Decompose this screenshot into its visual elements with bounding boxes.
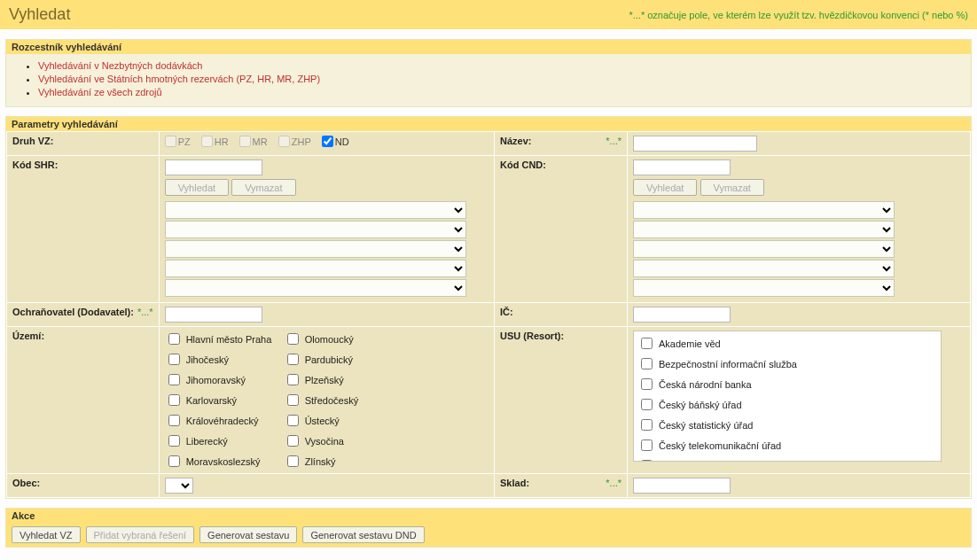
combo-cnd-1[interactable]	[633, 201, 895, 219]
input-ochranovatel[interactable]	[165, 307, 262, 323]
btn-pridat-reseni: Přidat vybraná řešení	[86, 526, 195, 543]
page-title: Vyhledat	[9, 5, 70, 24]
combo-shr-3[interactable]	[165, 240, 466, 258]
region-hlavní-město-praha[interactable]: Hlavní město Praha	[165, 331, 280, 347]
input-nazev[interactable]	[633, 136, 757, 152]
combo-shr-2[interactable]	[165, 221, 466, 238]
input-sklad[interactable]	[633, 478, 731, 494]
chk-pz	[165, 136, 176, 147]
chk-zhp	[278, 136, 290, 147]
region-ústecký[interactable]: Ústecký	[284, 412, 399, 429]
usu-item-0[interactable]: Akademie věd	[637, 333, 937, 354]
region-středočeský[interactable]: Středočeský	[284, 392, 399, 408]
signpost-panel: Rozcestník vyhledávání Vyhledávání v Nez…	[5, 39, 972, 107]
actions-panel: Akce Vyhledat VZ Přidat vybraná řešení G…	[5, 508, 972, 548]
label-uzemi: Území:	[7, 327, 160, 474]
label-kod-shr: Kód SHR:	[7, 156, 160, 303]
signpost-body: Vyhledávání v Nezbytných dodávkáchVyhled…	[6, 54, 971, 106]
chk-nd[interactable]	[322, 136, 333, 147]
region-královéhradecký[interactable]: Královéhradecký	[165, 412, 280, 429]
label-usu: USU (Resort):	[495, 327, 628, 474]
params-title: Parametry vyhledávání	[6, 117, 971, 131]
input-ic[interactable]	[633, 307, 731, 323]
btn-cnd-vyhledat: Vyhledat	[633, 179, 697, 196]
signpost-title: Rozcestník vyhledávání	[6, 40, 971, 54]
combo-shr-5[interactable]	[165, 279, 466, 297]
usu-item-2[interactable]: Česká národní banka	[637, 374, 937, 394]
star-ochranovatel: *...*	[137, 307, 153, 317]
region-liberecký[interactable]: Liberecký	[165, 432, 280, 449]
star-nazev: *...*	[606, 136, 621, 146]
combo-shr-4[interactable]	[165, 260, 466, 277]
btn-gen-sestavu[interactable]: Generovat sestavu	[199, 526, 297, 543]
star-sklad: *...*	[606, 478, 621, 488]
input-kod-cnd[interactable]	[633, 159, 731, 175]
signpost-link-2[interactable]: Vyhledávání ze všech zdrojů	[38, 87, 162, 97]
combo-cnd-2[interactable]	[633, 221, 895, 238]
btn-shr-vyhledat: Vyhledat	[165, 179, 229, 196]
usu-item-5[interactable]: Český telekomunikační úřad	[637, 435, 937, 455]
actions-title: Akce	[6, 509, 971, 523]
usu-item-1[interactable]: Bezpečnostní informační služba	[637, 354, 937, 374]
label-nazev: Název:	[500, 136, 531, 146]
combo-cnd-3[interactable]	[633, 240, 895, 258]
select-obec[interactable]	[165, 478, 193, 494]
wildcard-hint: *...* označuje pole, ve kterém lze využí…	[629, 10, 968, 20]
combo-shr-1[interactable]	[165, 201, 466, 219]
region-grid: Hlavní město PrahaOlomouckýJihočeskýPard…	[165, 331, 488, 470]
chk-mr	[239, 136, 251, 147]
params-form: Druh VZ: PZ HR MR ZHP ND Název: *...* Kó…	[6, 131, 971, 498]
btn-vyhledat-vz[interactable]: Vyhledat VZ	[12, 526, 81, 543]
page-header: Vyhledat *...* označuje pole, ve kterém …	[0, 0, 977, 30]
label-ic: IČ:	[495, 303, 628, 327]
btn-gen-sestavu-dnd[interactable]: Generovat sestavu DND	[302, 526, 424, 543]
druh-checkboxes: PZ HR MR ZHP ND	[165, 136, 488, 147]
region-jihočeský[interactable]: Jihočeský	[165, 351, 280, 368]
region-karlovarský[interactable]: Karlovarský	[165, 392, 280, 408]
signpost-link-1[interactable]: Vyhledávání ve Státních hmotných rezervá…	[38, 74, 320, 84]
label-druh: Druh VZ:	[7, 132, 160, 156]
region-jihomoravský[interactable]: Jihomoravský	[165, 371, 280, 388]
combo-cnd-5[interactable]	[633, 279, 895, 297]
btn-shr-vymazat: Vymazat	[231, 179, 295, 196]
label-obec: Obec:	[7, 474, 160, 498]
label-kod-cnd: Kód CND:	[495, 156, 628, 303]
combo-cnd-4[interactable]	[633, 260, 895, 277]
label-ochranovatel: Ochraňovatel (Dodavatel):	[12, 307, 134, 317]
usu-list[interactable]: Akademie vědBezpečnostní informační služ…	[633, 331, 942, 462]
label-sklad: Sklad:	[500, 478, 529, 488]
region-plzeňský[interactable]: Plzeňský	[284, 371, 399, 388]
usu-item-4[interactable]: Český statistický úřad	[637, 415, 937, 435]
region-olomoucký[interactable]: Olomoucký	[284, 331, 399, 347]
btn-cnd-vymazat: Vymazat	[700, 179, 764, 196]
region-zlínský[interactable]: Zlínský	[284, 453, 399, 470]
region-pardubický[interactable]: Pardubický	[284, 351, 399, 368]
params-panel: Parametry vyhledávání Druh VZ: PZ HR MR …	[5, 116, 972, 499]
usu-item-6[interactable]: Český úřad zeměměřičský a katastrální	[637, 455, 937, 462]
signpost-link-0[interactable]: Vyhledávání v Nezbytných dodávkách	[38, 60, 202, 71]
region-moravskoslezský[interactable]: Moravskoslezský	[165, 453, 280, 470]
chk-hr	[201, 136, 213, 147]
actions-row: Vyhledat VZ Přidat vybraná řešení Genero…	[6, 523, 971, 547]
usu-item-3[interactable]: Český báňský úřad	[637, 394, 937, 415]
region-vysočina[interactable]: Vysočina	[284, 432, 399, 449]
input-kod-shr[interactable]	[165, 159, 262, 175]
